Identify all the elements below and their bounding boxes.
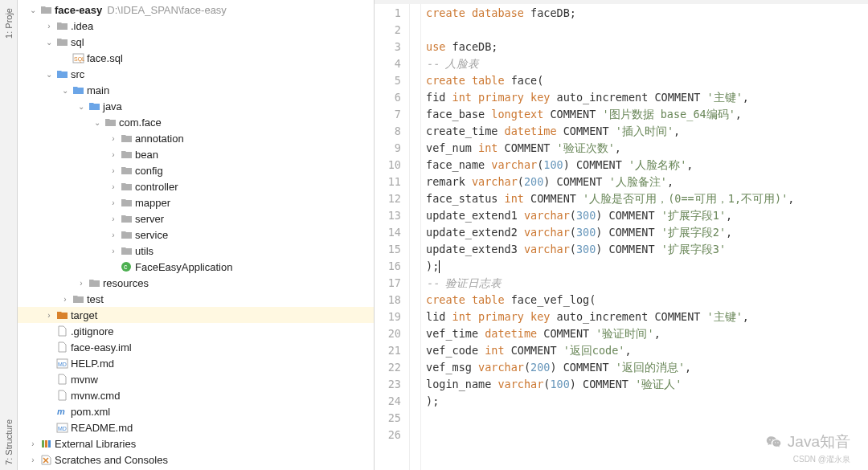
code-line-15[interactable]: update_extend3 varchar(300) COMMENT '扩展字… — [426, 241, 868, 258]
code-line-11[interactable]: remark varchar(200) COMMENT '人脸备注', — [426, 174, 868, 190]
tree-item-label: pom.xml — [71, 406, 110, 418]
chevron-right-icon[interactable]: › — [108, 231, 119, 239]
code-line-22[interactable]: vef_msg varchar(200) COMMENT '返回的消息', — [426, 359, 868, 376]
tree-row-face-sql[interactable]: SQLface.sql — [18, 50, 374, 66]
chevron-right-icon[interactable]: › — [59, 295, 71, 304]
line-number: 16 — [375, 258, 401, 275]
code-line-2[interactable] — [426, 22, 868, 39]
chevron-right-icon[interactable]: › — [43, 311, 55, 320]
chevron-right-icon[interactable]: › — [108, 215, 119, 223]
code-line-21[interactable]: vef_code int COMMENT '返回code', — [426, 342, 868, 359]
tree-row-target[interactable]: ›target — [18, 307, 374, 323]
line-number: 24 — [375, 393, 401, 410]
tree-row--idea[interactable]: ›.idea — [18, 18, 374, 34]
folder-icon — [119, 230, 133, 240]
tree-row-java[interactable]: ⌄java — [18, 98, 374, 114]
tree-row-test[interactable]: ›test — [18, 291, 374, 307]
tree-row-config[interactable]: ›config — [18, 162, 374, 178]
tree-row-service[interactable]: ›service — [18, 227, 374, 243]
tool-window-bar: 1: Proje 7: Structure — [0, 0, 18, 470]
chevron-right-icon[interactable]: › — [27, 456, 39, 464]
tree-row-mapper[interactable]: ›mapper — [18, 194, 374, 210]
code-line-8[interactable]: create_time datetime COMMENT '插入时间', — [426, 123, 868, 140]
line-number: 21 — [375, 342, 401, 359]
code-line-3[interactable]: use faceDB; — [426, 39, 868, 55]
folder-icon — [55, 37, 69, 47]
code-line-24[interactable]: ); — [426, 393, 868, 410]
code-line-16[interactable]: ); — [426, 258, 868, 275]
project-tree[interactable]: ⌄face-easyD:\IDEA_SPAN\face-easy›.idea⌄s… — [18, 0, 374, 470]
chevron-right-icon[interactable]: › — [43, 22, 55, 31]
svg-text:c: c — [124, 263, 128, 271]
code-line-12[interactable]: face_status int COMMENT '人脸是否可用，(0==可用，1… — [426, 190, 868, 207]
tree-row-main[interactable]: ⌄main — [18, 82, 374, 98]
tree-row-face-easy[interactable]: ⌄face-easyD:\IDEA_SPAN\face-easy — [18, 2, 374, 18]
structure-tool-tab[interactable]: 7: Structure — [2, 415, 16, 470]
code-line-5[interactable]: create table face( — [426, 72, 868, 89]
tree-item-label: com.face — [119, 116, 162, 129]
code-line-6[interactable]: fid int primary key auto_increment COMME… — [426, 89, 868, 106]
chevron-down-icon[interactable]: ⌄ — [59, 86, 71, 95]
tree-item-label: java — [103, 100, 122, 112]
tree-row-face-easy-iml[interactable]: face-easy.iml — [18, 339, 374, 355]
code-line-9[interactable]: vef_num int COMMENT '验证次数', — [426, 140, 868, 157]
line-number: 4 — [375, 55, 401, 72]
chevron-down-icon[interactable]: ⌄ — [76, 102, 87, 111]
chevron-right-icon[interactable]: › — [27, 439, 39, 448]
tree-row-scratches-and-consoles[interactable]: ›Scratches and Consoles — [18, 452, 374, 468]
tree-row-readme-md[interactable]: MDREADME.md — [18, 419, 374, 435]
code-line-18[interactable]: create table face_vef_log( — [426, 292, 868, 309]
code-line-23[interactable]: login_name varchar(100) COMMENT '验证人' — [426, 376, 868, 393]
svg-text:m: m — [57, 407, 65, 416]
chevron-down-icon[interactable]: ⌄ — [92, 118, 103, 127]
line-number: 5 — [375, 72, 401, 89]
line-number: 12 — [375, 190, 401, 207]
tree-row-resources[interactable]: ›resources — [18, 275, 374, 291]
code-area[interactable]: create database faceDB; use faceDB;-- 人脸… — [421, 4, 868, 470]
tree-row-annotation[interactable]: ›annotation — [18, 130, 374, 146]
line-number: 10 — [375, 157, 401, 174]
code-line-10[interactable]: face_name varchar(100) COMMENT '人脸名称', — [426, 157, 868, 174]
tree-row-help-md[interactable]: MDHELP.md — [18, 355, 374, 371]
chevron-right-icon[interactable]: › — [108, 198, 119, 207]
chevron-right-icon[interactable]: › — [76, 279, 87, 288]
code-editor[interactable]: 1234567891011121314151617181920212223242… — [375, 4, 868, 470]
code-line-17[interactable]: -- 验证日志表 — [426, 275, 868, 292]
code-line-25[interactable] — [426, 410, 868, 427]
tree-row-bean[interactable]: ›bean — [18, 146, 374, 162]
chevron-down-icon[interactable]: ⌄ — [43, 70, 55, 79]
chevron-right-icon[interactable]: › — [108, 166, 119, 175]
svg-rect-10 — [45, 440, 47, 448]
code-line-7[interactable]: face_base longtext COMMENT '图片数据 base_64… — [426, 106, 868, 123]
tree-row-src[interactable]: ⌄src — [18, 66, 374, 82]
tree-row-com-face[interactable]: ⌄com.face — [18, 114, 374, 130]
project-tool-tab[interactable]: 1: Proje — [2, 3, 16, 43]
chevron-right-icon[interactable]: › — [108, 182, 119, 191]
tree-row-sql[interactable]: ⌄sql — [18, 34, 374, 50]
chevron-right-icon[interactable]: › — [108, 247, 119, 255]
tree-row-controller[interactable]: ›controller — [18, 178, 374, 194]
tree-row-mvnw[interactable]: mvnw — [18, 371, 374, 387]
folder-blue-icon — [87, 101, 101, 112]
tree-row-utils[interactable]: ›utils — [18, 243, 374, 259]
tree-row-faceeasyapplication[interactable]: cFaceEasyApplication — [18, 259, 374, 275]
chevron-down-icon[interactable]: ⌄ — [43, 38, 55, 47]
tree-item-label: config — [135, 165, 163, 177]
chevron-down-icon[interactable]: ⌄ — [27, 6, 39, 14]
code-line-13[interactable]: update_extend1 varchar(300) COMMENT '扩展字… — [426, 207, 868, 224]
tree-row-mvnw-cmd[interactable]: mvnw.cmd — [18, 387, 374, 403]
tree-row-external-libraries[interactable]: ›External Libraries — [18, 435, 374, 452]
fold-column[interactable] — [410, 4, 421, 470]
tree-row-server[interactable]: ›server — [18, 210, 374, 227]
chevron-right-icon[interactable]: › — [108, 150, 119, 159]
text-caret — [439, 260, 440, 273]
chevron-right-icon[interactable]: › — [108, 134, 119, 143]
tree-row-pom-xml[interactable]: mpom.xml — [18, 403, 374, 419]
tree-row--gitignore[interactable]: .gitignore — [18, 323, 374, 339]
code-line-1[interactable]: create database faceDB; — [426, 5, 868, 22]
code-line-19[interactable]: lid int primary key auto_increment COMME… — [426, 309, 868, 325]
code-line-14[interactable]: update_extend2 varchar(300) COMMENT '扩展字… — [426, 224, 868, 241]
code-line-20[interactable]: vef_time datetime COMMENT '验证时间', — [426, 325, 868, 342]
folder-blue-icon — [55, 69, 69, 80]
code-line-4[interactable]: -- 人脸表 — [426, 55, 868, 72]
